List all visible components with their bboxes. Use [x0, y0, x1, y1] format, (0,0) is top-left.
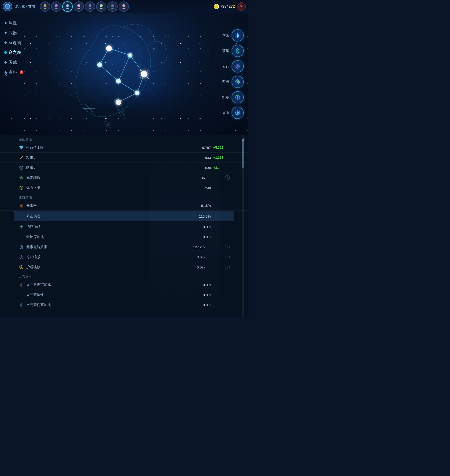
- er-icon: [19, 244, 24, 250]
- nav-artifacts[interactable]: 圣遗物: [5, 40, 30, 46]
- nav-attributes[interactable]: 属性: [5, 20, 30, 26]
- svg-point-6: [89, 4, 91, 7]
- shield-str-icon: [19, 264, 24, 270]
- def-bonus: +81: [213, 166, 230, 170]
- section-title-elemental: 元素属性: [0, 272, 249, 280]
- char-avatar-4[interactable]: [74, 1, 84, 12]
- recv-heal-value: 0.0%: [203, 235, 211, 239]
- shield-label: 护盾强效: [26, 265, 197, 269]
- stats-row-water-dmg: 水元素伤害加成 0.0%: [0, 300, 249, 310]
- svg-line-16: [118, 81, 137, 93]
- const-node-2[interactable]: 获麟: [222, 45, 244, 57]
- crit-rate-label: 暴击率: [26, 203, 201, 208]
- crit-rate-value: 61.8%: [201, 203, 211, 208]
- svg-point-28: [117, 101, 119, 103]
- nav-dot-weapon: [4, 31, 7, 34]
- svg-line-39: [147, 70, 148, 71]
- const-node-1[interactable]: 饮露: [222, 29, 244, 42]
- cd-icon: [19, 254, 24, 260]
- svg-point-45: [237, 35, 238, 36]
- svg-line-15: [100, 65, 118, 81]
- const-node-label-3: 云行: [222, 64, 229, 69]
- er-label: 元素充能效率: [26, 245, 193, 249]
- def-icon: [19, 165, 24, 170]
- recv-heal-label: 受治疗加成: [26, 235, 203, 239]
- fire-res-label: 火元素抗性: [26, 293, 203, 297]
- stats-row-crit-dmg: 暴击伤害 215.8%: [14, 211, 234, 221]
- crit-dmg-label: 暴击伤害: [26, 214, 199, 219]
- char-avatars: [40, 1, 214, 12]
- nav-weapon[interactable]: 武器: [5, 30, 30, 36]
- cd-question-button[interactable]: ?: [225, 255, 230, 259]
- def-label: 防御力: [26, 166, 205, 170]
- star-decoration: [82, 101, 96, 116]
- heal-icon: [19, 224, 24, 229]
- char-avatar-8[interactable]: [118, 1, 129, 12]
- svg-point-26: [136, 92, 138, 94]
- nav-talents[interactable]: 天赋: [5, 60, 30, 65]
- const-node-4[interactable]: 西狩: [222, 76, 244, 88]
- stats-row-fire-dmg: 火元素伤害加成 0.0%: [0, 280, 249, 290]
- coin-icon: [214, 4, 219, 9]
- crit-rate-icon: [19, 203, 24, 208]
- char-avatar-5[interactable]: [85, 1, 95, 12]
- svg-line-40: [140, 77, 141, 78]
- stats-row-crit-rate: 暴击率 61.8%: [0, 201, 249, 211]
- crit-dmg-icon: [19, 214, 24, 219]
- bottom-star: [104, 120, 111, 130]
- const-node-5[interactable]: 折草: [222, 91, 244, 103]
- crit-dmg-value: 215.8%: [199, 214, 211, 218]
- svg-point-5: [77, 4, 80, 7]
- hp-label: 生命值上限: [26, 145, 202, 150]
- er-value: 127.2%: [193, 245, 205, 249]
- svg-point-20: [108, 47, 110, 49]
- char-avatar-2[interactable]: [51, 1, 61, 12]
- nav-arrow-left[interactable]: ‹: [2, 67, 10, 81]
- nav-dot-constellation: [4, 51, 7, 54]
- char-avatar-1[interactable]: [40, 1, 50, 12]
- svg-line-14: [100, 48, 109, 65]
- char-avatar-3[interactable]: [62, 1, 73, 12]
- svg-line-60: [20, 159, 21, 159]
- const-node-label-2: 获麟: [222, 49, 229, 53]
- const-node-label-6: 履虫: [222, 111, 229, 115]
- stats-row-fire-res: 火元素抗性 0.0%: [0, 290, 249, 300]
- atk-value: 943: [205, 156, 211, 160]
- stats-row-stamina: 体力上限 240: [0, 183, 249, 193]
- const-node-3[interactable]: 云行: [222, 60, 244, 72]
- svg-point-24: [143, 73, 146, 76]
- fire-res-value: 0.0%: [203, 293, 211, 297]
- nav-alert-profile: !: [20, 70, 24, 74]
- fire-dmg-label: 火元素伤害加成: [26, 283, 203, 287]
- const-node-circle-1: [231, 29, 244, 42]
- shield-question-button[interactable]: ?: [225, 265, 230, 269]
- char-avatar-7[interactable]: [107, 1, 118, 12]
- char-avatar-6[interactable]: [96, 1, 107, 12]
- nav-constellation[interactable]: 命之座: [5, 50, 30, 55]
- er-question-button[interactable]: ?: [225, 244, 230, 249]
- cd-label: 冷却缩减: [26, 255, 197, 259]
- svg-rect-63: [20, 226, 23, 227]
- em-question-button[interactable]: ?: [225, 175, 230, 180]
- const-node-circle-4: [231, 76, 244, 88]
- const-node-label-5: 折草: [222, 95, 229, 100]
- svg-point-7: [100, 4, 103, 7]
- const-node-circle-6: [231, 107, 244, 119]
- svg-line-18: [118, 55, 130, 81]
- em-icon: [19, 175, 24, 180]
- svg-point-4: [66, 4, 69, 7]
- em-value: 136: [199, 176, 205, 180]
- em-label: 元素精通: [26, 176, 199, 180]
- svg-point-32: [118, 80, 119, 82]
- const-node-6[interactable]: 履虫: [222, 107, 244, 119]
- nav-dot-talents: [4, 61, 7, 64]
- stats-row-em: 元素精通 136 ?: [0, 173, 249, 183]
- top-close-button[interactable]: ×: [237, 2, 246, 11]
- nav-dot-attributes: [4, 22, 7, 24]
- svg-point-2: [44, 4, 46, 7]
- constellation-area: 属性 武器 圣遗物 命之座 天赋 资料 ! ‹: [0, 13, 249, 135]
- recv-heal-icon: [19, 234, 24, 239]
- stats-row-shield: 护盾强效 0.0% ?: [0, 262, 249, 272]
- cd-value: 0.0%: [197, 255, 205, 259]
- svg-point-54: [237, 113, 238, 113]
